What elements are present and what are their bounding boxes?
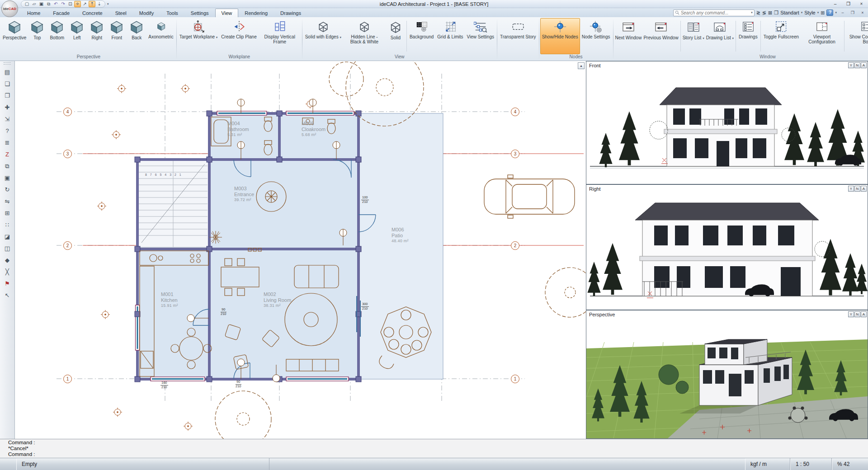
mirror-element[interactable]: ⇋ (2, 196, 13, 207)
massing-tool[interactable]: ◆ (2, 254, 13, 266)
help-button[interactable]: ? (826, 9, 833, 16)
axonometric-button[interactable]: Axonometric (146, 18, 175, 54)
viewport-button-1[interactable]: Y (848, 311, 854, 317)
perspective-button[interactable]: Perspective (2, 18, 27, 54)
toggle-fullscreen-button[interactable]: Toggle Fullscreen (762, 18, 801, 54)
search-input[interactable] (681, 10, 750, 15)
cascade-windows[interactable]: ⊞ (2, 207, 13, 219)
command-line-panel[interactable]: Command : *Cancel* Command : (0, 439, 868, 458)
doc-minimize-button[interactable]: – (839, 9, 847, 16)
viewport-right[interactable]: Right Y N A (586, 184, 868, 310)
font-tool-icon[interactable]: ⊞ (821, 9, 825, 16)
render-camera[interactable]: ▣ (2, 172, 13, 183)
new-file[interactable]: ▢ (24, 1, 30, 7)
grid-limits-button[interactable]: Grid & Limits (435, 18, 465, 54)
previous-window-button[interactable]: Previous Window (642, 18, 679, 54)
move-node[interactable]: ↗ (81, 1, 88, 7)
layer-list-icon[interactable]: ≷ (756, 9, 760, 16)
redo[interactable]: ↷ (60, 1, 66, 7)
solid-button[interactable]: Solid (386, 18, 406, 54)
save-all[interactable]: ⧉ (45, 1, 52, 7)
toolbar-drag-handle[interactable] (4, 62, 11, 65)
tab-view[interactable]: View (215, 9, 239, 17)
left-view-button[interactable]: Left (67, 18, 87, 54)
select-by-element[interactable]: ❏ (2, 78, 13, 89)
viewport-button-2[interactable]: N (854, 62, 860, 68)
viewport-button-3[interactable]: A (861, 62, 867, 68)
deselect-element[interactable]: ❐ (2, 90, 13, 101)
report[interactable]: ≣ (2, 137, 13, 148)
help-caret-icon[interactable]: ▾ (835, 11, 837, 14)
window-mode-icon[interactable]: ❒ (774, 9, 778, 16)
canvas-scroll-up-icon[interactable]: ▲ (578, 62, 585, 69)
top-view-button[interactable]: Top (27, 18, 47, 54)
style-select[interactable]: Style▾ (804, 10, 819, 15)
search-caret-icon[interactable]: ▾ (751, 11, 753, 14)
viewport-configuration-button[interactable]: Viewport Configuration (801, 18, 843, 54)
clip-plane-tool[interactable]: ◪ (2, 231, 13, 242)
doc-close-button[interactable]: × (859, 9, 867, 16)
viewport-button-1[interactable]: Y (848, 62, 854, 68)
tab-drawings[interactable]: Drawings (274, 9, 307, 17)
viewport-perspective[interactable]: Perspective Y N A (586, 310, 868, 439)
rotate-element[interactable]: ↻ (2, 184, 13, 195)
tab-modify[interactable]: Modify (133, 9, 160, 17)
restore-button[interactable]: ❐ (842, 0, 855, 8)
revert-view[interactable]: ⊡ (67, 1, 74, 7)
viewport-button-2[interactable]: N (854, 186, 860, 192)
drawing-list-button[interactable]: Drawing List ▾ (705, 18, 735, 54)
drawings-button[interactable]: Drawings (737, 18, 760, 54)
plan-canvas[interactable]: 4 3 2 1 4 3 2 1 M004Bathroom5.31 m² M005… (15, 61, 586, 439)
status-zoom[interactable]: % 42 (832, 458, 868, 470)
node-points[interactable]: ∷ (2, 219, 13, 230)
app-logo[interactable]: ideCAD (1, 0, 18, 17)
lower-level[interactable]: ⇣ (96, 1, 103, 7)
object-info[interactable]: ? (2, 125, 13, 136)
stretch-element[interactable]: ⇲ (2, 113, 13, 125)
viewport-button-1[interactable]: Y (848, 186, 854, 192)
front-view-button[interactable]: Front (107, 18, 127, 54)
reference-flag[interactable]: ⚑ (2, 278, 13, 289)
pick-corner[interactable]: ↖ (2, 290, 13, 301)
back-view-button[interactable]: Back (127, 18, 146, 54)
save[interactable]: ▣ (38, 1, 45, 7)
copy-element[interactable]: ⧉ (2, 160, 13, 172)
raise-level[interactable]: ⇡ (89, 1, 95, 7)
library-objects[interactable]: ◫ (2, 243, 13, 254)
background-button[interactable]: Background (408, 18, 435, 54)
show-hide-nodes-button[interactable]: Show/Hide Nodes (540, 18, 580, 54)
doc-restore-button[interactable]: ❐ (849, 9, 857, 16)
next-window-button[interactable]: Next Window (614, 18, 643, 54)
layer-stack-icon[interactable]: ≶ (762, 9, 766, 16)
tab-facade[interactable]: Facade (47, 9, 76, 17)
minimize-button[interactable]: – (829, 0, 842, 8)
view-settings-button[interactable]: View Settings (465, 18, 496, 54)
node-settings-button[interactable]: Node Settings (580, 18, 612, 54)
undo[interactable]: ↶ (52, 1, 59, 7)
viewport-button-3[interactable]: A (861, 186, 867, 192)
viewport-front[interactable]: Front Y N A (586, 61, 868, 184)
show-coordinate-box-button[interactable]: Show Coordinate Box (845, 18, 868, 54)
tab-tools[interactable]: Tools (160, 9, 184, 17)
bottom-view-button[interactable]: Bottom (47, 18, 67, 54)
viewport-button-2[interactable]: N (854, 311, 860, 317)
create-clip-plane-button[interactable]: Create Clip Plane (219, 18, 258, 54)
move-element[interactable]: ✚ (2, 102, 13, 113)
right-view-button[interactable]: Right (87, 18, 107, 54)
command-search-box[interactable]: ▾ (673, 9, 755, 16)
close-button[interactable]: × (855, 0, 868, 8)
open-project[interactable]: ▱ (31, 1, 38, 7)
solid-with-edges-button[interactable]: Solid with Edges ▾ (303, 18, 343, 54)
display-vertical-frame-button[interactable]: Display Vertical Frame (259, 18, 301, 54)
story-list-button[interactable]: Story List ▾ (682, 18, 705, 54)
edit-nodes[interactable]: ✧ (74, 1, 81, 7)
qat-more-icon[interactable]: ▾ (107, 2, 109, 6)
tab-steel[interactable]: Steel (109, 9, 133, 17)
break-line[interactable]: ╳ (2, 266, 13, 277)
section-tool[interactable]: Z (2, 149, 13, 160)
standart-select[interactable]: Standart▾ (780, 10, 802, 15)
element-properties[interactable]: ▤ (2, 66, 13, 78)
status-units[interactable]: kgf / m (745, 458, 790, 470)
hidden-line-bw-button[interactable]: Hidden Line - Black & White (343, 18, 386, 54)
status-scale[interactable]: 1 : 50 (790, 458, 832, 470)
